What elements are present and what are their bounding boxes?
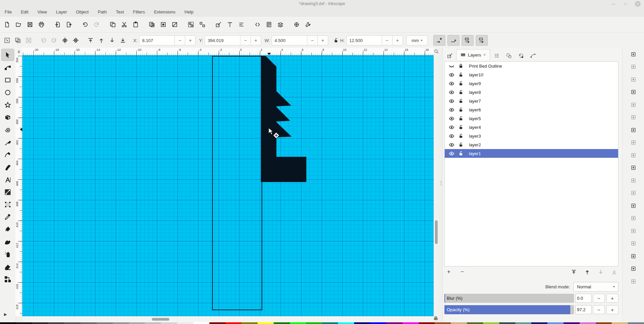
create-clone-icon[interactable] — [159, 20, 168, 29]
layer-row[interactable]: layer5 — [445, 114, 618, 123]
w-input[interactable]: 4.500 — [272, 35, 307, 45]
h-input[interactable]: 12.500 — [346, 35, 382, 45]
tool-rectangle[interactable] — [2, 74, 14, 86]
palette-swatch[interactable] — [547, 322, 564, 324]
lower-to-bottom-icon[interactable] — [118, 36, 127, 45]
palette-swatch[interactable] — [48, 322, 64, 324]
visibility-eye-icon[interactable] — [447, 124, 455, 130]
transform-stroke-toggle[interactable] — [433, 35, 445, 46]
export-icon[interactable] — [65, 20, 73, 29]
palette-swatch[interactable] — [419, 322, 435, 324]
path-effects-tab-icon[interactable] — [527, 50, 539, 61]
horizontal-scrollbar-thumb[interactable] — [152, 318, 169, 321]
x-decrease-button[interactable]: − — [174, 35, 185, 45]
palette-swatch[interactable] — [628, 322, 644, 324]
align-distribute-dialog-icon[interactable] — [237, 20, 246, 29]
vertical-scrollbar-thumb[interactable] — [435, 220, 438, 244]
raise-to-top-button[interactable] — [569, 268, 578, 276]
vertical-ruler[interactable]: 394396398400402404406408410412414416418 — [15, 55, 23, 316]
tool-connector[interactable] — [2, 274, 14, 285]
rotate-90-ccw-icon[interactable] — [39, 36, 48, 45]
tool-spray[interactable] — [2, 249, 14, 260]
blur-slider[interactable]: Blur (%) — [444, 294, 574, 303]
transform-patterns-toggle[interactable] — [476, 35, 488, 46]
w-decrease-button[interactable]: − — [307, 35, 318, 45]
layer-row[interactable]: layer7 — [445, 97, 618, 105]
layer-row[interactable]: layer10 — [445, 70, 618, 79]
fill-stroke-dialog-icon[interactable] — [214, 20, 223, 29]
layer-row[interactable]: layer2 — [445, 140, 618, 149]
palette-swatch[interactable] — [386, 322, 403, 324]
maximize-button[interactable]: □ — [623, 2, 628, 6]
h-decrease-button[interactable]: − — [382, 35, 393, 45]
palette-swatch[interactable] — [435, 322, 451, 324]
close-icon[interactable]: × — [483, 52, 486, 57]
tool-selector[interactable] — [1, 49, 14, 61]
tool-tweak[interactable] — [2, 236, 14, 248]
menu-text[interactable]: Text — [116, 9, 124, 14]
tool-dropper[interactable] — [2, 211, 14, 223]
transform-gradients-toggle[interactable] — [462, 35, 474, 46]
lock-open-icon[interactable] — [457, 81, 465, 86]
color-management-icon[interactable] — [433, 316, 438, 322]
lock-open-icon[interactable] — [457, 72, 465, 77]
y-input[interactable]: 394.019 — [205, 35, 240, 45]
dock-splitter-handle[interactable]: ⋮ — [439, 182, 442, 184]
lock-open-icon[interactable] — [457, 124, 465, 130]
snap-cusp-nodes-icon[interactable] — [630, 164, 637, 172]
visibility-eye-icon[interactable] — [447, 116, 455, 121]
layer-row[interactable]: layer3 — [445, 132, 618, 140]
snap-page-border-icon[interactable] — [630, 252, 637, 260]
unlink-clone-icon[interactable] — [170, 20, 179, 29]
palette-swatch[interactable] — [370, 322, 386, 324]
palette-swatch[interactable] — [596, 322, 612, 324]
menu-view[interactable]: View — [37, 9, 47, 14]
lock-open-icon[interactable] — [457, 89, 465, 95]
drawing-object[interactable] — [261, 56, 307, 184]
flip-horizontal-icon[interactable] — [61, 36, 69, 45]
palette-swatch[interactable] — [564, 322, 580, 324]
undo-history-tab-icon[interactable] — [515, 50, 527, 61]
menu-file[interactable]: File — [5, 9, 12, 14]
transform-corners-toggle[interactable] — [447, 35, 460, 46]
palette-swatch[interactable] — [354, 322, 370, 324]
palette-swatch[interactable] — [97, 322, 113, 324]
palette-swatch[interactable] — [161, 322, 177, 324]
lower-to-bottom-button[interactable] — [610, 268, 618, 276]
layer-row[interactable]: layer9 — [445, 79, 618, 88]
undo-icon[interactable] — [81, 20, 90, 29]
blur-decrease-button[interactable]: − — [593, 294, 605, 303]
menu-extensions[interactable]: Extensions — [154, 9, 175, 14]
minimize-button[interactable]: — — [611, 2, 616, 6]
snap-nodes-icon[interactable] — [630, 126, 637, 134]
canvas[interactable] — [22, 55, 434, 316]
palette-swatch[interactable] — [258, 322, 274, 324]
text-dialog-icon[interactable] — [226, 20, 234, 29]
palette-swatch[interactable] — [338, 322, 354, 324]
tool-ellipse[interactable] — [2, 87, 14, 98]
snap-others-icon[interactable] — [630, 202, 637, 209]
snap-guides-icon[interactable] — [630, 278, 637, 285]
palette-swatch[interactable] — [80, 322, 97, 324]
h-increase-button[interactable]: + — [392, 35, 403, 45]
copy-icon[interactable] — [108, 20, 117, 29]
lock-open-icon[interactable] — [457, 133, 465, 139]
visibility-eye-icon[interactable] — [447, 81, 455, 86]
palette-swatch[interactable] — [64, 322, 80, 324]
palette-swatch[interactable] — [32, 322, 48, 324]
redo-icon[interactable] — [92, 20, 101, 29]
layer-row[interactable]: layer4 — [445, 123, 618, 132]
remove-layer-button[interactable]: − — [458, 268, 467, 276]
opacity-increase-button[interactable]: + — [606, 305, 618, 314]
palette-swatch[interactable] — [499, 322, 515, 324]
snap-bbox-centers-icon[interactable] — [630, 114, 637, 121]
opacity-decrease-button[interactable]: − — [593, 305, 605, 314]
palette-swatch[interactable] — [403, 322, 419, 324]
snap-bbox-edge-midpoints-icon[interactable] — [630, 101, 637, 108]
flip-vertical-icon[interactable] — [71, 36, 80, 45]
palette-swatch[interactable] — [580, 322, 596, 324]
palette-swatch[interactable] — [145, 322, 161, 324]
fill-stroke-tab-icon[interactable] — [444, 50, 455, 61]
snap-rotation-center-icon[interactable] — [630, 227, 637, 235]
tool-pencil[interactable] — [2, 137, 14, 148]
